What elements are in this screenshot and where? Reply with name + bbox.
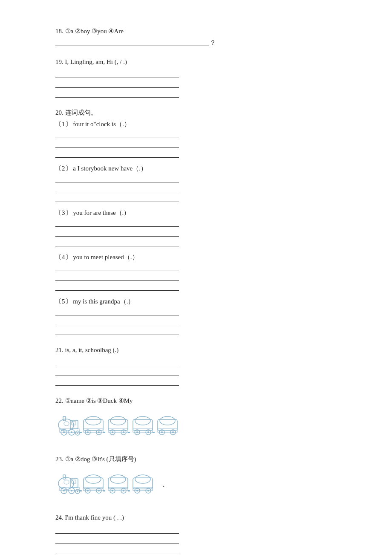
question-23: 23. ①a ②dog ③It's (只填序号)	[55, 454, 349, 503]
q20-sub2-line-2[interactable]	[55, 184, 179, 192]
q20-sub1-label: 〔1〕 four it o"clock is（.）	[55, 120, 349, 128]
q24-text: I'm thank fine you ( . .)	[65, 514, 124, 521]
train-car-1	[84, 416, 105, 435]
svg-point-22	[110, 416, 126, 425]
q20-sub1-line-1[interactable]	[55, 130, 179, 138]
q20-sub1-answer	[55, 130, 349, 158]
q23-train-car-2	[108, 475, 130, 493]
svg-rect-28	[128, 432, 130, 433]
q20-sub4-bracket: 〔4〕	[55, 254, 72, 260]
q20-sub3-bracket: 〔3〕	[55, 209, 72, 216]
q20-sub3-line-1[interactable]	[55, 218, 179, 227]
q20-sub3-text: you for are these（.）	[73, 209, 130, 216]
svg-rect-36	[153, 432, 155, 433]
q19-text: I, Lingling, am, Hi (, / .)	[65, 58, 127, 65]
q23-train-svg	[55, 468, 162, 503]
question-20: 20. 连词成句。 〔1〕 four it o"clock is（.） 〔2〕 …	[55, 107, 349, 335]
question-19: 19. I, Lingling, am, Hi (, / .)	[55, 56, 349, 98]
svg-point-74	[135, 475, 150, 483]
svg-rect-72	[128, 490, 130, 491]
q21-line-3[interactable]	[55, 377, 179, 386]
q20-sub2-line-1[interactable]	[55, 174, 179, 182]
q18-answer-area: ？	[55, 39, 349, 47]
q23-label: 23. ①a ②dog ③It's (只填序号)	[55, 454, 349, 465]
q20-sub2-bracket: 〔2〕	[55, 165, 72, 172]
q22-train-svg	[55, 410, 187, 444]
svg-point-30	[135, 416, 150, 425]
q20-sub1-text: four it o"clock is（.）	[73, 121, 130, 127]
q22-text: ①name ②is ③Duck ④My	[65, 397, 133, 404]
q20-sub3-line-2[interactable]	[55, 228, 179, 237]
q20-sub-3: 〔3〕 you for are these（.）	[55, 209, 349, 246]
q22-label: 22. ①name ②is ③Duck ④My	[55, 395, 349, 407]
svg-rect-12	[79, 432, 82, 433]
q20-sub4-label: 〔4〕 you to meet pleased（.）	[55, 253, 349, 261]
q23-train-car-1	[84, 475, 105, 493]
svg-rect-64	[103, 490, 105, 491]
q20-sub-2: 〔2〕 a I storybook new have（.）	[55, 165, 349, 202]
question-22: 22. ①name ②is ③Duck ④My	[55, 395, 349, 444]
svg-point-54	[77, 491, 78, 492]
q18-answer-line[interactable]	[55, 46, 209, 46]
svg-rect-0	[63, 416, 66, 421]
train-car-2	[108, 416, 130, 435]
q20-sub4-text: you to meet pleased（.）	[73, 254, 138, 260]
q20-sub5-line-2[interactable]	[55, 317, 179, 325]
q18-question-mark: ？	[210, 39, 216, 47]
q20-sub5-bracket: 〔5〕	[55, 298, 72, 305]
q24-label: 24. I'm thank fine you ( . .)	[55, 512, 349, 523]
q20-sub4-line-2[interactable]	[55, 272, 179, 281]
q24-line-3[interactable]	[55, 545, 179, 553]
q20-intro: 连词成句。	[65, 109, 97, 116]
q20-sub2-answer	[55, 174, 349, 202]
q21-number: 21.	[55, 347, 65, 353]
q19-line-1[interactable]	[55, 69, 179, 78]
q21-line-1[interactable]	[55, 358, 179, 366]
q24-line-2[interactable]	[55, 535, 179, 543]
q20-sub3-answer	[55, 218, 349, 246]
q19-line-2[interactable]	[55, 79, 179, 88]
q20-sub1-line-3[interactable]	[55, 149, 179, 158]
q24-answer-area	[55, 525, 349, 553]
q20-sub4-answer	[55, 263, 349, 291]
q20-sub3-label: 〔3〕 you for are these（.）	[55, 209, 349, 217]
q19-answer-area	[55, 69, 349, 98]
q23-period: .	[163, 480, 165, 491]
q20-sub1-line-2[interactable]	[55, 139, 179, 148]
q20-sub5-text: my is this grandpa（.）	[73, 298, 134, 305]
q20-sub2-label: 〔2〕 a I storybook new have（.）	[55, 165, 349, 173]
question-24: 24. I'm thank fine you ( . .)	[55, 512, 349, 553]
q18-label: 18. ①a ②boy ③you ④Are	[55, 26, 349, 37]
q20-sub-5: 〔5〕 my is this grandpa（.）	[55, 298, 349, 335]
svg-point-3	[64, 422, 69, 426]
q24-number: 24.	[55, 514, 63, 521]
question-21: 21. is, a, it, schoolbag (.)	[55, 344, 349, 386]
q20-number: 20.	[55, 109, 63, 116]
q18-number: 18.	[55, 28, 63, 35]
q20-sub2-line-3[interactable]	[55, 194, 179, 202]
q18-text: ①a ②boy ③you ④Are	[65, 28, 124, 35]
train-car-4	[158, 416, 177, 435]
q23-train-car-3	[133, 475, 153, 493]
q22-number: 22.	[55, 397, 63, 404]
train-car-3	[133, 416, 155, 435]
q21-line-2[interactable]	[55, 367, 179, 376]
q20-sub4-line-3[interactable]	[55, 282, 179, 291]
q20-sub-4: 〔4〕 you to meet pleased（.）	[55, 253, 349, 291]
q21-answer-area	[55, 358, 349, 386]
q19-line-3[interactable]	[55, 89, 179, 98]
svg-point-38	[160, 416, 175, 425]
q20-sub4-line-1[interactable]	[55, 263, 179, 271]
q20-sub5-answer	[55, 307, 349, 335]
q24-line-1[interactable]	[55, 525, 179, 534]
q23-train-area: .	[55, 468, 349, 503]
q21-text: is, a, it, schoolbag (.)	[65, 347, 119, 353]
svg-rect-20	[103, 432, 105, 433]
q20-sub5-label: 〔5〕 my is this grandpa（.）	[55, 298, 349, 306]
q20-sub3-line-3[interactable]	[55, 238, 179, 246]
q20-sub5-line-1[interactable]	[55, 307, 179, 315]
q23-text: ①a ②dog ③It's (只填序号)	[65, 456, 136, 462]
q23-number: 23.	[55, 456, 63, 462]
svg-point-58	[86, 475, 101, 483]
q20-sub5-line-3[interactable]	[55, 327, 179, 335]
